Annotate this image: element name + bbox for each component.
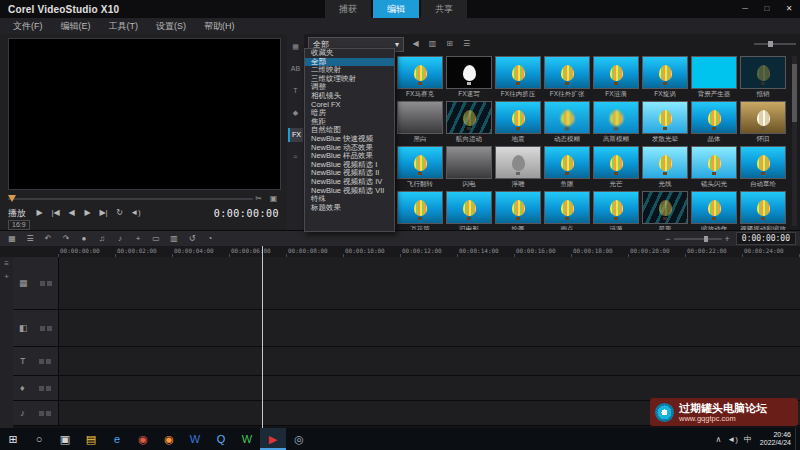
- scrubber-handle[interactable]: [8, 195, 16, 202]
- filter-item[interactable]: 高斯模糊: [593, 101, 639, 142]
- split-clip-icon[interactable]: ✂: [253, 194, 264, 204]
- taskbar-search-icon[interactable]: ○: [26, 428, 52, 450]
- menu-item[interactable]: 设置(S): [147, 20, 195, 33]
- filter-item[interactable]: FX涟漪: [593, 56, 639, 97]
- prev-frame-button[interactable]: ◀: [65, 207, 78, 219]
- play-mode-label[interactable]: 播放: [8, 207, 26, 220]
- track-toggle-icons[interactable]: [39, 359, 51, 364]
- thumbnail-view-icon[interactable]: ⊞: [443, 38, 456, 50]
- menu-item[interactable]: 工具(T): [100, 20, 148, 33]
- taskbar-start-icon[interactable]: ⊞: [0, 428, 26, 450]
- ime-chinese-icon[interactable]: 中: [744, 434, 752, 445]
- timeline-zoom-slider[interactable]: [674, 238, 722, 240]
- end-button[interactable]: ▶|: [97, 207, 110, 219]
- filter-item[interactable]: FX往外扩张: [544, 56, 590, 97]
- category-option[interactable]: 调整: [305, 83, 394, 92]
- timeline-timecode[interactable]: 0:00:00:00: [736, 232, 796, 245]
- filter-item[interactable]: 飞行翻转: [397, 146, 443, 187]
- category-option[interactable]: 收藏夹: [305, 49, 394, 58]
- painting-creator-icon[interactable]: ◔: [202, 232, 218, 245]
- filter-item[interactable]: 发散光晕: [642, 101, 688, 142]
- video-preview[interactable]: [8, 38, 281, 190]
- filter-icon[interactable]: FX: [288, 128, 303, 142]
- redo-icon[interactable]: ↷: [58, 232, 74, 245]
- add-track-icon[interactable]: +: [4, 273, 9, 281]
- category-option[interactable]: 焦距: [305, 118, 394, 127]
- filter-item[interactable]: 星形: [642, 191, 688, 230]
- filter-item[interactable]: 怀旧: [740, 101, 786, 142]
- track-toggle-icons[interactable]: [40, 326, 52, 331]
- filter-item[interactable]: 鱼眼: [544, 146, 590, 187]
- slider-knob[interactable]: [768, 41, 773, 47]
- record-capture-icon[interactable]: ●: [76, 232, 92, 245]
- category-option[interactable]: NewBlue 视频精选 I: [305, 161, 394, 170]
- category-option[interactable]: 暗房: [305, 109, 394, 118]
- sound-mixer-icon[interactable]: ♫: [94, 232, 110, 245]
- taskbar-wechat-icon[interactable]: W: [234, 428, 260, 450]
- category-option[interactable]: NewBlue 视频精选 II: [305, 169, 394, 178]
- filter-item[interactable]: 黑白: [397, 101, 443, 142]
- taskbar-file-explorer-icon[interactable]: ▤: [78, 428, 104, 450]
- thumbnail-size-slider[interactable]: [754, 43, 796, 45]
- playhead[interactable]: [262, 246, 263, 428]
- voice-track-header[interactable]: ♦: [13, 376, 59, 400]
- taskbar-edge-icon[interactable]: e: [104, 428, 130, 450]
- filter-item[interactable]: FX马赛克: [397, 56, 443, 97]
- filter-item[interactable]: 闪电: [446, 146, 492, 187]
- title-track-header[interactable]: T: [13, 347, 59, 375]
- voice-track-content[interactable]: [59, 376, 800, 400]
- title-track-content[interactable]: [59, 347, 800, 375]
- home-button[interactable]: |◀: [49, 207, 62, 219]
- preview-scrubber[interactable]: ✂▣: [8, 194, 279, 204]
- filter-item[interactable]: 自动草绘: [740, 146, 786, 187]
- play-button[interactable]: ▶: [33, 207, 46, 219]
- video-track-header[interactable]: ▦: [13, 257, 59, 309]
- preview-timecode[interactable]: 0:00:00:00: [214, 208, 279, 219]
- close-button[interactable]: ✕: [778, 0, 800, 17]
- category-option[interactable]: NewBlue 视频精选 IV: [305, 178, 394, 187]
- scrollbar-thumb[interactable]: [792, 64, 797, 122]
- taskbar-clock[interactable]: 20:46 2022/4/24: [756, 431, 795, 447]
- add-folder-icon[interactable]: ▥: [426, 38, 439, 50]
- filter-item[interactable]: 旧电影: [446, 191, 492, 230]
- filter-item[interactable]: 动态模糊: [544, 101, 590, 142]
- graphic-icon[interactable]: ◆: [288, 106, 303, 120]
- filter-item[interactable]: 光芒: [593, 146, 639, 187]
- category-option[interactable]: NewBlue 动态效果: [305, 144, 394, 153]
- overlay-track-header[interactable]: ◧: [13, 310, 59, 346]
- video-track-content[interactable]: [59, 257, 800, 309]
- category-option[interactable]: NewBlue 快速视频: [305, 135, 394, 144]
- filter-item[interactable]: FX往内挤压: [495, 56, 541, 97]
- category-option[interactable]: NewBlue 样品效果: [305, 152, 394, 161]
- category-option[interactable]: 三维纹理映射: [305, 75, 394, 84]
- maximize-button[interactable]: □: [756, 0, 778, 17]
- filter-item[interactable]: 视频摇动和缩放: [740, 191, 786, 230]
- menu-item[interactable]: 文件(F): [4, 20, 52, 33]
- list-view-icon[interactable]: ☰: [460, 38, 473, 50]
- volume-button[interactable]: ◄): [129, 207, 142, 219]
- subtitle-editor-icon[interactable]: ▭: [148, 232, 164, 245]
- menu-item[interactable]: 帮助(H): [195, 20, 244, 33]
- minimize-button[interactable]: ─: [734, 0, 756, 17]
- next-frame-button[interactable]: ▶: [81, 207, 94, 219]
- filter-item[interactable]: 镜头闪光: [691, 146, 737, 187]
- tray-expand-icon[interactable]: ∧: [715, 435, 721, 444]
- music-track-header[interactable]: ♪: [13, 401, 59, 425]
- filter-item[interactable]: 光线: [642, 146, 688, 187]
- taskbar-videostudio-icon[interactable]: ▶: [260, 428, 286, 450]
- filter-item[interactable]: 地震: [495, 101, 541, 142]
- track-toggle-icons[interactable]: [40, 281, 52, 286]
- category-option[interactable]: 标题效果: [305, 204, 394, 213]
- menu-item[interactable]: 编辑(E): [52, 20, 100, 33]
- timeline-view-icon[interactable]: ☰: [22, 232, 38, 245]
- enlarge-preview-icon[interactable]: ▣: [268, 194, 279, 204]
- media-icon[interactable]: ▦: [288, 40, 303, 54]
- zoom-in-icon[interactable]: +: [725, 234, 730, 244]
- taskbar-task-view-icon[interactable]: ▣: [52, 428, 78, 450]
- title-icon[interactable]: T: [288, 84, 303, 98]
- category-option[interactable]: 二维映射: [305, 66, 394, 75]
- filter-item[interactable]: 背景产生器: [691, 56, 737, 97]
- aspect-ratio-button[interactable]: 16:9: [8, 220, 30, 230]
- repeat-button[interactable]: ↻: [113, 207, 126, 219]
- filter-item[interactable]: 抵销: [740, 56, 786, 97]
